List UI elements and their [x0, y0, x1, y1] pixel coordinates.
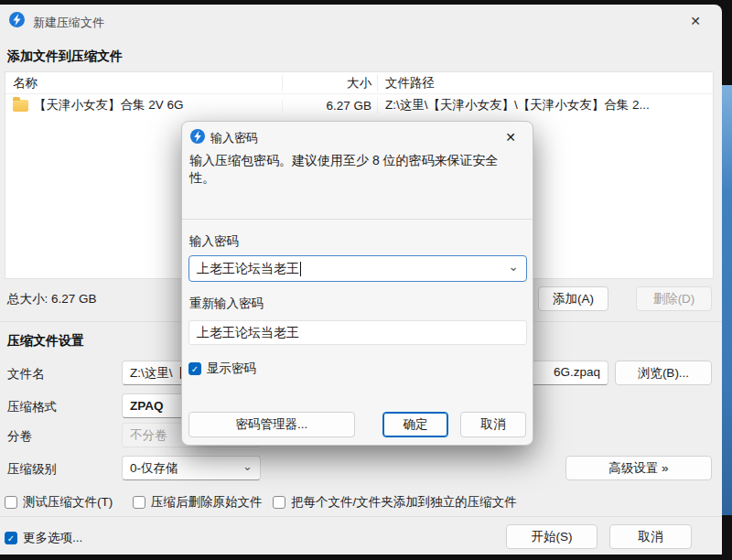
delete-button: 删除(D) — [636, 286, 712, 311]
filename-label: 文件名 — [7, 366, 45, 382]
close-icon[interactable]: ✕ — [498, 126, 523, 148]
checkbox-label: 显示密码 — [207, 361, 256, 377]
desktop-wallpaper-strip — [721, 85, 732, 515]
column-header-name[interactable]: 名称 — [5, 75, 282, 92]
checkbox-icon — [5, 496, 17, 509]
file-name: 【天津小女友】合集 2V 6G — [34, 97, 184, 113]
checkbox-test-archive[interactable]: 测试压缩文件(T) — [5, 494, 113, 511]
filename-value-start: Z:\这里\【 — [130, 365, 185, 382]
add-files-section-title: 添加文件到压缩文件 — [7, 48, 123, 65]
volume-value: 不分卷 — [130, 427, 167, 444]
close-icon[interactable]: ✕ — [682, 10, 709, 32]
filename-value-end: 6G.zpaq — [554, 365, 600, 382]
confirm-password-input[interactable]: 上老王论坛当老王 — [188, 320, 527, 345]
checkbox-checked-icon: ✓ — [5, 532, 17, 544]
table-header-row: 名称 大小 文件路径 — [5, 72, 713, 94]
divider — [182, 219, 533, 220]
checkbox-delete-after[interactable]: 压缩后删除原始文件 — [133, 494, 263, 511]
level-value: 0-仅存储 — [130, 460, 178, 477]
file-size: 6.27 GB — [282, 99, 377, 113]
checkbox-more-options[interactable]: ✓ 更多选项... — [5, 530, 82, 546]
level-label: 压缩级别 — [7, 461, 57, 478]
password-dialog: 输入密码 ✕ 输入压缩包密码。建议使用至少 8 位的密码来保证安全性。 输入密码… — [181, 121, 533, 446]
checkbox-icon — [273, 496, 285, 509]
dialog-cancel-button[interactable]: 取消 — [460, 412, 526, 437]
text-cursor — [300, 262, 301, 276]
add-button[interactable]: 添加(A) — [538, 286, 608, 311]
chevron-down-icon: ⌄ — [242, 459, 253, 473]
ok-button[interactable]: 确定 — [382, 412, 448, 437]
chevron-down-icon[interactable]: ⌄ — [508, 259, 519, 274]
total-size-label: 总大小: 6.27 GB — [7, 291, 97, 307]
divider — [0, 516, 722, 517]
column-header-size[interactable]: 大小 — [282, 75, 377, 92]
checkbox-icon — [133, 496, 145, 509]
format-label: 压缩格式 — [7, 399, 57, 415]
column-header-path[interactable]: 文件路径 — [377, 75, 713, 92]
level-select[interactable]: 0-仅存储 ⌄ — [122, 456, 261, 480]
confirm-password-label: 重新输入密码 — [189, 296, 264, 312]
format-value: ZPAQ — [130, 399, 164, 413]
password-value: 上老王论坛当老王 — [197, 261, 299, 275]
window-title: 新建压缩文件 — [33, 15, 104, 31]
cancel-button[interactable]: 取消 — [609, 524, 692, 549]
browse-button[interactable]: 浏览(B)... — [615, 361, 712, 385]
checkbox-checked-icon: ✓ — [188, 362, 201, 375]
checkbox-show-password[interactable]: ✓ 显示密码 — [188, 361, 256, 377]
password-manager-button[interactable]: 密码管理器... — [188, 412, 355, 437]
table-row[interactable]: 【天津小女友】合集 2V 6G 6.27 GB Z:\这里\【天津小女友】\【天… — [5, 94, 713, 116]
folder-icon — [13, 100, 28, 112]
file-path: Z:\这里\【天津小女友】\【天津小女友】合集 2... — [377, 97, 713, 113]
start-button[interactable]: 开始(S) — [506, 524, 597, 549]
password-label: 输入密码 — [189, 233, 239, 250]
advanced-settings-button[interactable]: 高级设置 » — [565, 456, 712, 480]
checkbox-label: 压缩后删除原始文件 — [151, 494, 263, 511]
confirm-password-value: 上老王论坛当老王 — [197, 325, 299, 341]
settings-section-title: 压缩文件设置 — [7, 333, 84, 350]
zip-app-icon — [190, 129, 205, 144]
dialog-title: 输入密码 — [210, 130, 258, 146]
checkbox-separate-archives[interactable]: 把每个文件/文件夹添加到独立的压缩文件 — [273, 494, 517, 511]
dialog-description: 输入压缩包密码。建议使用至少 8 位的密码来保证安全性。 — [189, 152, 523, 187]
checkbox-label: 更多选项... — [23, 530, 82, 546]
volume-label: 分卷 — [7, 428, 32, 445]
checkbox-label: 测试压缩文件(T) — [23, 494, 113, 511]
password-input[interactable]: 上老王论坛当老王 ⌄ — [188, 255, 527, 282]
zip-app-icon — [9, 12, 25, 27]
checkbox-label: 把每个文件/文件夹添加到独立的压缩文件 — [291, 494, 517, 511]
desktop: 新建压缩文件 ✕ 添加文件到压缩文件 名称 大小 文件路径 【天津小女友】合集 … — [0, 0, 732, 560]
